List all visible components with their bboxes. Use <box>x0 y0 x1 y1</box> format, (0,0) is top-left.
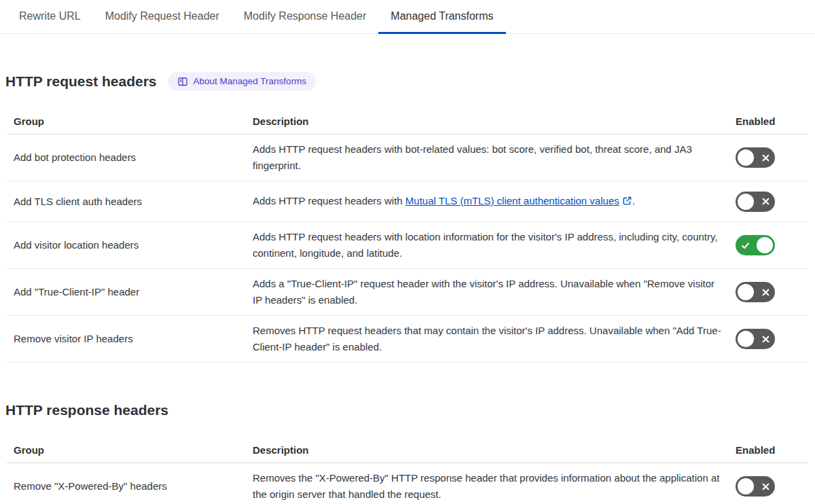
description-cell: Adds a "True-Client-IP" request header w… <box>253 276 729 308</box>
enabled-cell <box>729 235 808 255</box>
table-row: Remove visitor IP headersRemoves HTTP re… <box>7 316 808 363</box>
description-cell: Removes the "X-Powered-By" HTTP response… <box>253 470 729 503</box>
group-cell: Add "True-Client-IP" header <box>7 284 253 300</box>
column-header-group: Group <box>7 444 253 456</box>
x-icon <box>758 197 773 206</box>
table-row: Add "True-Client-IP" headerAdds a "True-… <box>7 269 808 316</box>
description-text: Adds HTTP request headers with <box>253 195 405 206</box>
enabled-cell <box>729 476 808 497</box>
table-row: Add TLS client auth headersAdds HTTP req… <box>7 181 808 222</box>
toggle-knob <box>738 149 754 166</box>
request-headers-table: Group Description Enabled Add bot protec… <box>7 111 808 363</box>
description-text: . <box>632 195 635 206</box>
column-header-description: Description <box>253 115 729 127</box>
group-cell: Add bot protection headers <box>7 149 253 166</box>
group-cell: Remove visitor IP headers <box>7 331 253 347</box>
external-link-icon <box>622 194 632 211</box>
response-headers-table: Group Description Enabled Remove "X-Powe… <box>7 440 808 504</box>
response-section-title: HTTP response headers <box>5 401 168 418</box>
x-icon <box>758 154 773 162</box>
tab-modify-response-header[interactable]: Modify Response Header <box>232 0 379 34</box>
table-row: Remove "X-Powered-By" headersRemoves the… <box>7 463 808 504</box>
toggle-knob <box>757 237 773 253</box>
column-header-enabled: Enabled <box>729 115 808 127</box>
toggle-add-visitor-location-headers[interactable] <box>736 235 775 255</box>
column-header-description: Description <box>253 444 729 456</box>
table-header-row: Group Description Enabled <box>7 440 808 463</box>
enabled-cell <box>729 192 808 212</box>
request-section-title: HTTP request headers <box>5 73 157 90</box>
enabled-cell <box>729 147 808 168</box>
column-header-group: Group <box>7 115 253 127</box>
toggle-remove-x-powered-by-headers[interactable] <box>736 476 775 497</box>
toggle-add-bot-protection-headers[interactable] <box>736 147 775 168</box>
group-cell: Add TLS client auth headers <box>7 194 253 210</box>
http-response-headers-section: HTTP response headers Group Description … <box>5 390 815 504</box>
book-icon <box>177 76 188 87</box>
toggle-add-true-client-ip-header[interactable] <box>736 282 775 302</box>
description-cell: Removes HTTP request headers that may co… <box>253 323 729 355</box>
group-cell: Add visitor location headers <box>7 237 253 253</box>
enabled-cell <box>729 282 808 302</box>
table-row: Add bot protection headersAdds HTTP requ… <box>7 134 808 181</box>
toggle-add-tls-client-auth-headers[interactable] <box>736 192 775 212</box>
toggle-knob <box>738 284 754 300</box>
table-row: Add visitor location headersAdds HTTP re… <box>7 222 808 269</box>
group-cell: Remove "X-Powered-By" headers <box>7 478 253 494</box>
description-cell: Adds HTTP request headers with location … <box>253 229 729 262</box>
x-icon <box>758 482 773 491</box>
x-icon <box>758 335 773 344</box>
toggle-knob <box>738 478 754 494</box>
table-header-row: Group Description Enabled <box>7 111 808 134</box>
x-icon <box>758 288 773 297</box>
description-cell: Adds HTTP request headers with Mutual TL… <box>253 193 729 211</box>
toggle-knob <box>738 331 754 347</box>
toggle-knob <box>738 194 754 210</box>
check-icon <box>738 241 753 250</box>
tab-managed-transforms[interactable]: Managed Transforms <box>378 0 505 34</box>
enabled-cell <box>729 329 808 349</box>
tab-modify-request-header[interactable]: Modify Request Header <box>93 0 232 34</box>
http-request-headers-section: HTTP request headers About Managed Trans… <box>5 61 815 363</box>
tab-rewrite-url[interactable]: Rewrite URL <box>7 0 93 34</box>
about-managed-transforms-badge[interactable]: About Managed Transforms <box>168 72 316 91</box>
column-header-enabled: Enabled <box>729 444 808 456</box>
description-cell: Adds HTTP request headers with bot-relat… <box>253 141 729 174</box>
mtls-docs-link[interactable]: Mutual TLS (mTLS) client authentication … <box>405 195 619 206</box>
badge-label: About Managed Transforms <box>194 77 307 86</box>
toggle-remove-visitor-ip-headers[interactable] <box>736 329 775 349</box>
transform-rules-tabbar: Rewrite URL Modify Request Header Modify… <box>0 0 815 34</box>
